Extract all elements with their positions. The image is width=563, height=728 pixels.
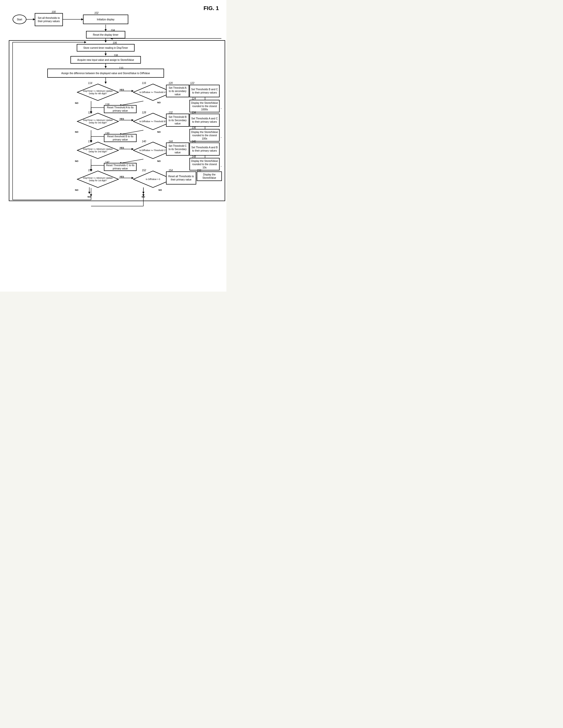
- node-104: Reset the display timer: [86, 31, 125, 38]
- node-122: Set Thresholds B and C to their primary …: [189, 85, 219, 97]
- node-124: Display the StoredValue rounded to the c…: [189, 100, 219, 112]
- d126-yes: YES: [119, 118, 124, 120]
- node-136-label: Display the StoredValue rounded to the c…: [191, 130, 218, 140]
- diamond-114: DispTimer >= Minimum Update Delay for 4t…: [77, 83, 119, 101]
- diamond-152: Is DiffValue > 0: [133, 170, 173, 188]
- diamond-140: Is DiffValue >= Threshold C?: [133, 142, 173, 159]
- node-148-label: Display the StoredValue rounded to the c…: [191, 159, 218, 169]
- d140-no: NO: [157, 160, 161, 162]
- node-134: Set Thresholds A and C to their primary …: [189, 114, 219, 127]
- diamond-114-label: DispTimer >= Minimum Update Delay for 4t…: [77, 83, 119, 101]
- d150-no: NO: [75, 189, 78, 191]
- node-102: Initialize display: [83, 15, 128, 24]
- node-118-label: Reset Threshold A to Its primary value: [105, 106, 135, 112]
- node-142: Reset Thresholds C to Its primary value: [104, 163, 137, 171]
- node-102-label: Initialize display: [97, 18, 114, 21]
- node-130: Reset threshold B to Its primary value: [104, 134, 137, 142]
- d152-no: NO: [158, 189, 162, 191]
- num-122: 122: [190, 82, 194, 84]
- node-118: Reset Threshold A to Its primary value: [104, 105, 137, 113]
- diamond-140-label: Is DiffValue >= Threshold C?: [133, 142, 173, 159]
- diamond-138-label: DispTimer >= Minimum Update Delay for 2n…: [77, 142, 119, 159]
- node-122-label: Set Thresholds B and C to their primary …: [191, 88, 218, 94]
- arrow-down-152: [140, 187, 147, 195]
- d150-yes: YES: [119, 175, 124, 178]
- node-106-label: Store current timer reading in DispTimer: [83, 46, 128, 50]
- node-134-label: Set Thresholds A and C to their primary …: [191, 117, 218, 123]
- node-110: Assign the difference between the displa…: [47, 69, 164, 78]
- d116-no: NO: [157, 101, 161, 104]
- d152-no-label: NO: [142, 196, 145, 198]
- node-148: Display the StoredValue rounded to the c…: [189, 158, 219, 170]
- node-142-label: Reset Thresholds C to Its primary value: [105, 164, 135, 170]
- diamond-116-label: Is DiffValue >= Threshold A?: [133, 83, 173, 101]
- page: FIG. 1: [0, 0, 226, 292]
- diamond-128: Is DiffValue >= Threshold B?: [133, 113, 173, 130]
- node-104-label: Reset the display timer: [93, 33, 118, 36]
- diamond-126: DispTimer >= Minimum Update Delay for 3r…: [77, 113, 119, 130]
- diamond-116: Is DiffValue >= Threshold A?: [133, 83, 173, 101]
- diamond-152-label: Is DiffValue > 0: [133, 170, 173, 188]
- node-108-label: Acquire new input value and assign to St…: [77, 58, 134, 62]
- node-110-label: Assign the difference between the displa…: [61, 72, 150, 75]
- node-156-label: Display the StoredValue: [198, 173, 220, 179]
- diamond-126-label: DispTimer >= Minimum Update Delay for 3r…: [77, 113, 119, 130]
- diamond-138: DispTimer >= Minimum Update Delay for 2n…: [77, 142, 119, 159]
- d126-no: NO: [75, 131, 78, 133]
- d114-no: NO: [75, 102, 78, 104]
- d128-no: NO: [157, 131, 161, 133]
- num-102: 102: [94, 12, 99, 14]
- num-100: 100: [52, 11, 56, 13]
- node-108: Acquire new input value and assign to St…: [70, 56, 141, 64]
- diamond-150-label: DispTimer >= Minimum Update Delay for 1s…: [77, 170, 119, 188]
- node-146: Set Thresholds A and B to their primary …: [189, 143, 219, 156]
- diamond-150: DispTimer >= Minimum Update Delay for 1s…: [77, 170, 119, 188]
- flowchart: Start Set all thresholds to their primar…: [5, 5, 221, 287]
- node-100: Set all thresholds to their primary valu…: [35, 13, 63, 26]
- d114-yes: YES: [119, 88, 124, 91]
- d138-no: NO: [75, 160, 78, 162]
- arrow-down-150: [85, 187, 93, 195]
- node-106: Store current timer reading in DispTimer: [77, 44, 135, 52]
- d138-yes: YES: [119, 147, 124, 149]
- start-label: Start: [17, 18, 22, 21]
- node-156: Display the StoredValue: [197, 171, 222, 181]
- start-oval: Start: [13, 15, 26, 24]
- node-146-label: Set Thresholds A and B to their primary …: [191, 146, 218, 152]
- node-130-label: Reset threshold B to Its primary value: [105, 135, 135, 141]
- d150-no-label: NO: [87, 196, 91, 198]
- node-100-label: Set all thresholds to their primary valu…: [36, 16, 61, 23]
- diamond-128-label: Is DiffValue >= Threshold B?: [133, 113, 173, 130]
- node-136: Display the StoredValue rounded to the c…: [189, 129, 219, 142]
- node-124-label: Display the StoredValue rounded to the c…: [191, 101, 218, 111]
